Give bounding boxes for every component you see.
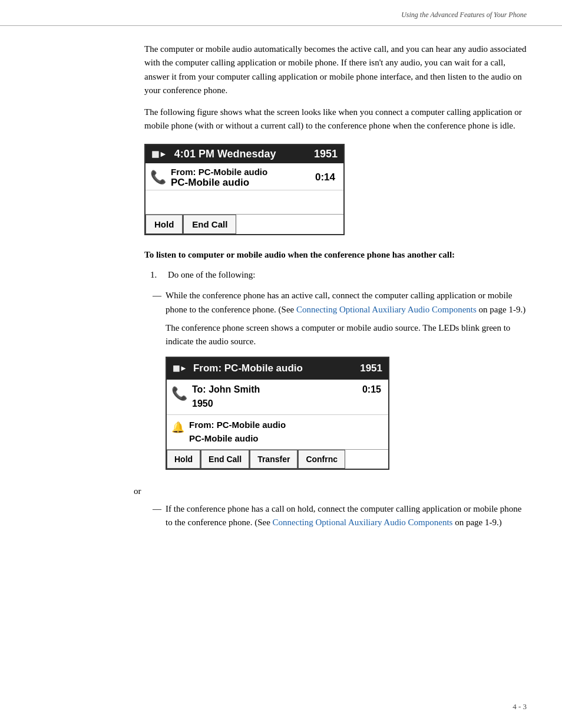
step-number-1: 1.: [150, 268, 168, 282]
bullet-text-1: While the conference phone has an active…: [166, 289, 527, 480]
page-number: 4 - 3: [513, 702, 527, 711]
phone-call2-info: From: PC-Mobile audio PC-Mobile audio: [189, 418, 384, 446]
phone-hold-btn-1[interactable]: Hold: [146, 215, 183, 234]
phone-screen-1: ▦► 4:01 PM Wednesday 1951 📞 From: PC-Mob…: [144, 144, 345, 235]
page-content: The computer or mobile audio automatical…: [0, 26, 562, 559]
phone-call-row-2: 📞 To: John Smith 1950 0:15: [167, 380, 388, 416]
phone-timer-2: 0:15: [362, 383, 384, 397]
phone-from-label-1: From: PC-Mobile audio: [171, 167, 315, 177]
step-1: 1. Do one of the following:: [150, 268, 527, 282]
phone-ext-2: 1951: [360, 361, 382, 376]
phone-empty-area-1: [146, 190, 343, 214]
phone-endcall-btn-1[interactable]: End Call: [183, 215, 236, 234]
bullet1-subpara: The conference phone screen shows a comp…: [166, 321, 527, 349]
bullet-item-2: — If the conference phone has a call on …: [153, 502, 527, 530]
numbered-list: 1. Do one of the following:: [150, 268, 527, 282]
phone-call-info-1: From: PC-Mobile audio PC-Mobile audio: [171, 167, 315, 189]
header-title: Using the Advanced Features of Your Phon…: [401, 11, 527, 19]
paragraph-2: The following figure shows what the scre…: [144, 106, 527, 133]
phone-call-info-2: To: John Smith 1950: [192, 383, 362, 412]
phone-to-label-2: To: John Smith: [192, 383, 362, 397]
or-text: or: [134, 486, 527, 496]
phone-hold-btn-2[interactable]: Hold: [167, 450, 200, 469]
phone-transfer-btn-2[interactable]: Transfer: [249, 450, 297, 469]
phone-call-icon-2: 📞: [171, 384, 187, 404]
bullet-list: — While the conference phone has an acti…: [153, 289, 527, 480]
bullet-text-2: If the conference phone has a call on ho…: [166, 502, 527, 530]
bullet-dash-1: —: [153, 289, 166, 480]
signal-icon-2: ▦►: [173, 363, 187, 374]
phone-from2-label: From: PC-Mobile audio: [189, 418, 384, 431]
phone-buttons-2: Hold End Call Transfer Confrnc: [167, 449, 388, 469]
bullet1-link[interactable]: Connecting Optional Auxiliary Audio Comp…: [296, 305, 477, 314]
phone-screen-2: ▦► From: PC-Mobile audio 1951 📞 To: John…: [166, 357, 389, 469]
phone-ext-num-2: 1950: [192, 397, 362, 411]
phone-call-row-1: 📞 From: PC-Mobile audio PC-Mobile audio …: [146, 163, 343, 190]
bullet2-text-after: on page 1-9.): [452, 518, 501, 527]
phone-timer-1: 0:14: [315, 172, 339, 183]
bullet2-link[interactable]: Connecting Optional Auxiliary Audio Comp…: [273, 518, 453, 527]
phone-topbar-1: ▦► 4:01 PM Wednesday 1951: [146, 145, 343, 163]
step-1-text: Do one of the following:: [168, 268, 255, 282]
paragraph-1: The computer or mobile audio automatical…: [144, 42, 527, 97]
phone-topbar-2: ▦► From: PC-Mobile audio 1951: [167, 358, 388, 379]
bell-icon-2: 🔔: [171, 420, 184, 436]
phone-call-name-1: PC-Mobile audio: [171, 177, 315, 189]
bullet-list-2: — If the conference phone has a call on …: [153, 502, 527, 530]
phone-top-label-2: From: PC-Mobile audio: [193, 361, 360, 376]
page-header: Using the Advanced Features of Your Phon…: [0, 0, 562, 26]
phone-confrnc-btn-2[interactable]: Confrnc: [297, 450, 345, 469]
instruction-heading: To listen to computer or mobile audio wh…: [144, 248, 527, 262]
phone-call-row2-2: 🔔 From: PC-Mobile audio PC-Mobile audio: [167, 415, 388, 449]
signal-icon-1: ▦►: [151, 149, 167, 159]
phone-endcall-btn-2[interactable]: End Call: [200, 450, 249, 469]
phone-ext-1: 1951: [314, 148, 338, 160]
page-footer: 4 - 3: [513, 702, 527, 711]
phone-call-icon-1: 📞: [150, 170, 166, 185]
phone-pc-label2: PC-Mobile audio: [189, 431, 384, 445]
bullet-item-1: — While the conference phone has an acti…: [153, 289, 527, 480]
phone-time-1: 4:01 PM Wednesday: [174, 148, 314, 160]
bullet-dash-2: —: [153, 502, 166, 530]
bullet1-text-after: on page 1-9.): [477, 305, 525, 314]
phone-buttons-1: Hold End Call: [146, 214, 343, 234]
